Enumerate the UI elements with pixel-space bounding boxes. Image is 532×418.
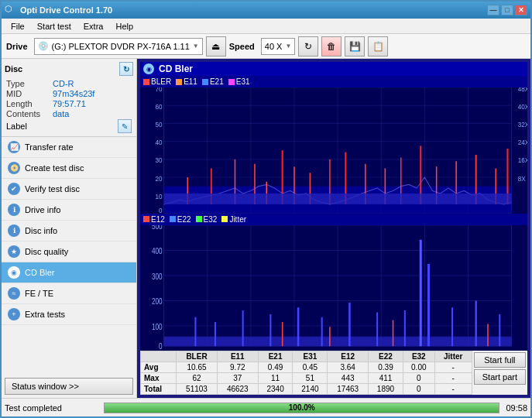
window-controls: — □ ✕: [487, 5, 527, 15]
svg-text:70: 70: [155, 87, 162, 93]
minimize-button[interactable]: —: [487, 5, 499, 15]
svg-text:40X: 40X: [518, 102, 527, 111]
max-e22: 411: [369, 373, 403, 384]
menu-extra[interactable]: Extra: [77, 20, 110, 33]
sidebar-item-verify-test-disc[interactable]: ✔ Verify test disc: [2, 179, 136, 200]
drive-selector[interactable]: 💿 (G:) PLEXTOR DVDR PX-716A 1.11 ▼: [34, 38, 203, 55]
sidebar: Disc ↻ Type CD-R MID 97m34s23f Length 79…: [2, 59, 137, 398]
avg-label: Avg: [141, 362, 177, 373]
svg-text:10: 10: [155, 192, 162, 200]
stats-max-row: Max 62 37 11 51 443 411 0 -: [141, 373, 472, 384]
sidebar-label-verify-test-disc: Verify test disc: [25, 184, 80, 194]
total-e32: 0: [403, 384, 434, 395]
menu-bar: File Start test Extra Help: [2, 19, 530, 34]
sidebar-item-extra-tests[interactable]: + Extra tests: [2, 304, 136, 325]
svg-text:400: 400: [152, 247, 163, 255]
max-e32: 0: [403, 373, 434, 384]
drive-value: (G:) PLEXTOR DVDR PX-716A 1.11: [52, 42, 190, 51]
disc-refresh-button[interactable]: ↻: [119, 62, 133, 76]
legend-e21-label: E21: [210, 77, 224, 86]
total-e31: 2140: [293, 384, 328, 395]
clear-button[interactable]: 🗑: [321, 36, 342, 57]
svg-text:300: 300: [152, 272, 163, 281]
legend-e22-label: E22: [177, 215, 191, 224]
progress-label: 100.0%: [105, 403, 499, 413]
verify-test-disc-icon: ✔: [8, 183, 20, 195]
stats-col-e11: E11: [217, 351, 258, 362]
stats-total-row: Total 51103 46623 2340 2140 17463 1890 0…: [141, 384, 472, 395]
disc-contents-label: Contents: [6, 109, 53, 118]
svg-text:48X: 48X: [518, 87, 527, 93]
sidebar-label-drive-info: Drive info: [25, 205, 60, 214]
chart-title-icon: ◉: [143, 63, 154, 74]
menu-start-test[interactable]: Start test: [31, 20, 77, 33]
speed-selector[interactable]: 40 X ▼: [261, 38, 296, 55]
burn-button[interactable]: 💾: [345, 36, 365, 57]
sidebar-item-cd-bler[interactable]: ◉ CD Bler: [2, 262, 136, 283]
stats-col-e21: E21: [258, 351, 293, 362]
extra-tests-icon: +: [8, 308, 20, 320]
stats-col-jitter: Jitter: [434, 351, 472, 362]
svg-text:10: 10: [204, 350, 211, 351]
max-e21: 11: [258, 373, 293, 384]
stats-avg-row: Avg 10.65 9.72 0.49 0.45 3.64 0.39 0.00 …: [141, 362, 472, 373]
disc-label: Disc: [5, 64, 22, 74]
save-button[interactable]: 📋: [368, 36, 388, 57]
svg-text:200: 200: [152, 297, 163, 306]
total-jitter: -: [434, 384, 472, 395]
disc-length-label: Length: [6, 99, 53, 108]
eject-button[interactable]: ⏏: [206, 36, 226, 57]
sidebar-label-create-test-disc: Create test disc: [25, 163, 84, 173]
legend-bler: BLER: [143, 77, 171, 86]
maximize-button[interactable]: □: [501, 5, 513, 15]
elapsed-time: 09:58: [506, 403, 527, 413]
avg-e21: 0.49: [258, 362, 293, 373]
sidebar-item-drive-info[interactable]: ℹ Drive info: [2, 200, 136, 221]
sidebar-item-disc-info[interactable]: ℹ Disc info: [2, 221, 136, 242]
menu-file[interactable]: File: [5, 20, 31, 33]
start-part-button[interactable]: Start part: [474, 369, 526, 385]
disc-mid-label: MID: [6, 89, 53, 98]
svg-rect-60: [164, 194, 512, 204]
drive-label: Drive: [6, 42, 28, 51]
total-e12: 17463: [328, 384, 369, 395]
status-window-button[interactable]: Status window >>: [5, 378, 133, 395]
stats-col-label: [141, 351, 177, 362]
svg-text:0: 0: [162, 350, 166, 351]
legend-e21: E21: [202, 77, 224, 86]
disc-info-panel: Disc ↻ Type CD-R MID 97m34s23f Length 79…: [2, 59, 136, 137]
nav-items: 📈 Transfer rate 📀 Create test disc ✔ Ver…: [2, 137, 136, 375]
chart-title: CD Bler: [159, 63, 193, 74]
avg-e31: 0.45: [293, 362, 328, 373]
menu-help[interactable]: Help: [109, 20, 139, 33]
sidebar-item-fe-te[interactable]: ≈ FE / TE: [2, 283, 136, 304]
svg-text:40: 40: [155, 139, 162, 147]
legend-e11-label: E11: [184, 77, 197, 86]
sidebar-label-transfer-rate: Transfer rate: [25, 142, 74, 152]
bottom-chart-legend: E12 E22 E32 Jitter: [140, 214, 527, 225]
svg-text:0: 0: [159, 207, 163, 213]
label-icon-button[interactable]: ✎: [118, 119, 132, 133]
bottom-chart-svg: 500 400 300 200 100 0 0 10 20 30 40 50 6…: [140, 225, 527, 351]
disc-type-row: Type CD-R: [5, 79, 133, 88]
sidebar-item-transfer-rate[interactable]: 📈 Transfer rate: [2, 137, 136, 158]
refresh-button[interactable]: ↻: [298, 36, 318, 57]
avg-e12: 3.64: [328, 362, 369, 373]
stats-col-e12: E12: [328, 351, 369, 362]
avg-e32: 0.00: [403, 362, 434, 373]
stats-col-e22: E22: [369, 351, 403, 362]
close-button[interactable]: ✕: [515, 5, 527, 15]
legend-jitter-label: Jitter: [229, 215, 246, 224]
legend-e11: E11: [176, 77, 197, 86]
sidebar-item-create-test-disc[interactable]: 📀 Create test disc: [2, 158, 136, 179]
start-full-button[interactable]: Start full: [474, 352, 526, 368]
progress-bar: 100.0%: [104, 403, 499, 413]
svg-text:500: 500: [152, 225, 163, 231]
svg-text:20: 20: [247, 350, 254, 351]
sidebar-item-disc-quality[interactable]: ★ Disc quality: [2, 242, 136, 262]
stats-col-e31: E31: [293, 351, 328, 362]
cd-bler-icon: ◉: [8, 266, 20, 279]
svg-text:60: 60: [421, 350, 428, 351]
window-title: Opti Drive Control 1.70: [20, 5, 487, 15]
legend-e32: E32: [196, 215, 218, 224]
